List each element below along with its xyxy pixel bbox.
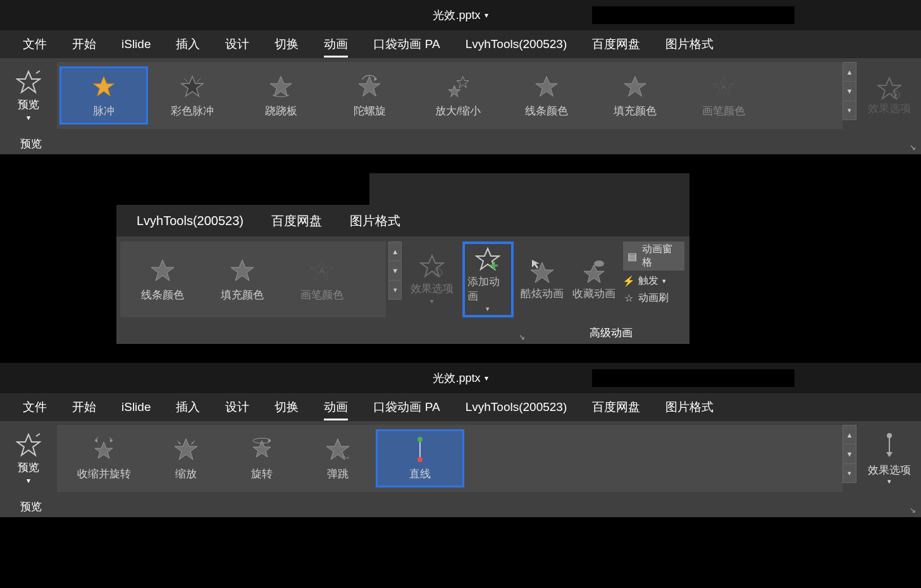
tab-insert[interactable]: 插入	[163, 32, 213, 56]
add-animation-button[interactable]: 添加动画 ▾	[462, 242, 514, 317]
tab-lvyh[interactable]: LvyhTools(200523)	[453, 396, 580, 418]
fav-animation-button[interactable]: 收藏动画	[568, 236, 619, 322]
ribbon-tabs: 文件 开始 iSlide 插入 设计 切换 动画 口袋动画 PA LvyhToo…	[0, 30, 921, 58]
chevron-down-icon: ▾	[430, 297, 434, 305]
gallery-item-spin[interactable]: 陀螺旋	[325, 66, 414, 125]
tab-file[interactable]: 文件	[10, 395, 59, 419]
svg-marker-0	[17, 71, 40, 92]
redacted-area	[116, 173, 369, 205]
gallery-expand[interactable]: ▾	[843, 464, 856, 483]
preview-button[interactable]: 预览 ▾	[0, 421, 57, 496]
gallery-item-swivel[interactable]: 旋转	[224, 429, 300, 487]
title-bar: 光效.pptx ▾	[0, 363, 921, 393]
star-arrows-icon	[91, 436, 116, 463]
group-label-text: 预览	[20, 137, 42, 151]
tab-lvyh[interactable]: LvyhTools(200523)	[453, 34, 580, 55]
preview-star-icon	[16, 70, 41, 95]
tab-picformat[interactable]: 图片格式	[653, 395, 726, 419]
svg-marker-12	[624, 76, 646, 95]
gallery-expand[interactable]: ▾	[388, 281, 402, 300]
tab-picformat[interactable]: 图片格式	[653, 32, 726, 56]
tab-transition[interactable]: 切换	[262, 32, 311, 56]
star-icon	[623, 73, 647, 100]
tab-baidu[interactable]: 百度网盘	[257, 209, 336, 233]
gallery-item-label: 弹跳	[327, 467, 349, 481]
dialog-launcher-icon[interactable]: ↘	[907, 142, 918, 153]
tab-animation[interactable]: 动画	[311, 395, 361, 419]
tab-design[interactable]: 设计	[213, 395, 262, 419]
cool-animation-button[interactable]: 酷炫动画	[516, 236, 567, 322]
tab-islide[interactable]: iSlide	[109, 396, 163, 418]
gallery-item-line[interactable]: 直线	[376, 429, 464, 487]
gallery-scroll-up[interactable]: ▲	[843, 425, 856, 444]
gallery-item-shrinkturn[interactable]: 收缩并旋转	[59, 429, 148, 487]
gallery-scroll-down[interactable]: ▼	[843, 444, 856, 463]
gallery-item-brushcolor[interactable]: A 画笔颜色	[282, 250, 362, 309]
gallery-item-teeter[interactable]: 跷跷板	[237, 66, 325, 125]
gallery-scroll-down[interactable]: ▼	[843, 82, 856, 101]
gallery-item-label: 陀螺旋	[354, 104, 386, 118]
gallery-item-linecolor[interactable]: 线条颜色	[502, 66, 591, 125]
gallery-item-label: 缩放	[175, 467, 197, 481]
effect-options-button: 效果选项	[858, 58, 921, 133]
gallery-item-bounce[interactable]: 弹跳	[300, 429, 376, 487]
star-icon	[230, 257, 255, 284]
tab-design[interactable]: 设计	[213, 32, 262, 56]
svg-marker-44	[326, 439, 349, 460]
svg-point-17	[894, 94, 897, 96]
gallery-item-zoom[interactable]: 缩放	[148, 429, 224, 487]
tab-picformat[interactable]: 图片格式	[336, 209, 414, 233]
tab-file[interactable]: 文件	[10, 32, 59, 56]
star-small-icon: ☆	[623, 292, 634, 304]
dialog-launcher-icon[interactable]: ↘	[907, 505, 918, 516]
cloud-star-icon	[581, 259, 607, 284]
tab-animation[interactable]: 动画	[311, 32, 361, 56]
gallery-item-brushcolor[interactable]: A 画笔颜色	[679, 66, 768, 125]
gallery-item-linecolor[interactable]: 线条颜色	[123, 250, 202, 309]
svg-marker-9	[448, 85, 460, 97]
tab-baidu[interactable]: 百度网盘	[579, 395, 653, 419]
tab-lvyh[interactable]: LvyhTools(200523)	[123, 210, 257, 232]
star-icon: A	[712, 73, 736, 100]
svg-point-48	[887, 433, 892, 438]
ribbon: 预览 ▾ 脉冲 彩色脉冲 跷跷板	[0, 58, 921, 133]
svg-marker-11	[536, 76, 557, 95]
title-dropdown-icon[interactable]: ▾	[485, 374, 488, 383]
tab-pocket[interactable]: 口袋动画 PA	[361, 32, 452, 56]
ribbon-fragment-advanced: LvyhTools(200523) 百度网盘 图片格式 线条颜色 填充颜色 A	[116, 173, 689, 344]
effect-options-button[interactable]: 效果选项 ▾	[858, 421, 921, 496]
chevron-down-icon: ▾	[887, 477, 891, 486]
tab-home[interactable]: 开始	[59, 395, 109, 419]
animation-pane-label: 动画窗格	[642, 243, 681, 269]
trigger-button[interactable]: ⚡ 触发 ▾	[623, 274, 684, 288]
title-dropdown-icon[interactable]: ▾	[485, 11, 488, 20]
tab-islide[interactable]: iSlide	[109, 34, 163, 55]
gallery-item-fillcolor[interactable]: 填充颜色	[591, 66, 679, 125]
gallery-expand[interactable]: ▾	[843, 101, 856, 120]
tab-insert[interactable]: 插入	[163, 395, 213, 419]
preview-button[interactable]: 预览 ▾	[0, 58, 57, 133]
tab-transition[interactable]: 切换	[262, 395, 311, 419]
tab-pocket[interactable]: 口袋动画 PA	[361, 395, 452, 419]
gallery-item-label: 彩色脉冲	[171, 104, 214, 118]
gallery-item-pulse[interactable]: 脉冲	[59, 66, 148, 125]
tab-baidu[interactable]: 百度网盘	[579, 32, 653, 56]
document-title: 光效.pptx	[433, 371, 480, 386]
tab-home[interactable]: 开始	[59, 32, 109, 56]
gallery-scroll-down[interactable]: ▼	[388, 261, 402, 280]
svg-marker-33	[95, 442, 113, 458]
gallery-item-label: 直线	[409, 467, 431, 481]
gallery-scroll-up[interactable]: ▲	[388, 242, 402, 261]
gallery-item-fillcolor[interactable]: 填充颜色	[202, 250, 282, 309]
star-icon	[446, 73, 470, 100]
gallery-scroll-up[interactable]: ▲	[843, 62, 856, 82]
gallery-item-color-pulse[interactable]: 彩色脉冲	[148, 66, 237, 125]
ribbon-tabs: 文件 开始 iSlide 插入 设计 切换 动画 口袋动画 PA LvyhToo…	[0, 393, 921, 421]
svg-marker-27	[531, 262, 553, 283]
gallery-item-label: 放大/缩小	[435, 104, 481, 118]
animation-pane-button[interactable]: ▤ 动画窗格	[623, 242, 684, 271]
gallery-item-growshrink[interactable]: 放大/缩小	[414, 66, 502, 125]
svg-point-30	[594, 260, 604, 267]
dialog-launcher-icon[interactable]: ↘	[519, 333, 525, 341]
animation-painter-button[interactable]: ☆ 动画刷	[623, 291, 684, 305]
